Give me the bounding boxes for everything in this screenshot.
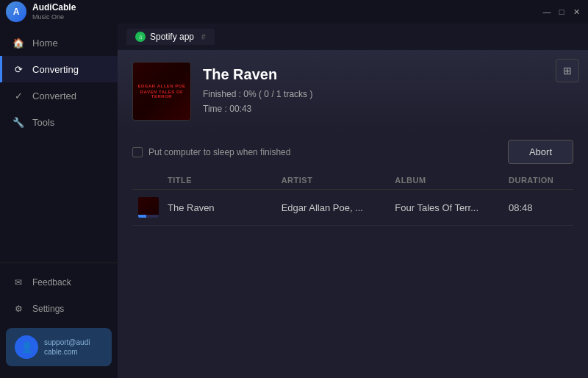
col-title: TITLE [168,176,282,185]
sidebar-item-settings[interactable]: ⚙ Settings [0,296,118,322]
sidebar-nav: 🏠 Home ⟳ Converting ✓ Converted 🔧 Tools [0,24,118,263]
track-status-line1: Finished : 0% ( 0 / 1 tracks ) [203,88,573,101]
minimize-button[interactable]: — [541,6,553,18]
controls-row: Put computer to sleep when finished Abor… [118,132,588,171]
sidebar-label-converted: Converted [32,90,76,101]
row-thumbnail [138,197,159,218]
track-table: TITLE ARTIST ALBUM DURATION The Raven Ed… [118,171,588,378]
table-row[interactable]: The Raven Edgar Allan Poe, ... Four Tale… [132,190,573,226]
user-email-line2: cable.com [44,347,90,357]
close-button[interactable]: ✕ [570,6,582,18]
col-album: ALBUM [395,176,509,185]
tab-label: Spotify app [150,32,194,42]
album-art: EDGAR ALLEN POE RAVEN TALES OF TERROR [132,62,191,121]
track-status-line2: Time : 00:43 [203,102,573,116]
table-header: TITLE ARTIST ALBUM DURATION [132,171,573,190]
converted-icon: ✓ [12,89,25,102]
col-thumb [138,176,168,185]
converting-icon: ⟳ [12,63,25,76]
sleep-checkbox[interactable]: Put computer to sleep when finished [132,147,290,157]
cell-artist: Edgar Allan Poe, ... [282,202,395,213]
tab-close-icon[interactable]: # [201,33,206,41]
sidebar-label-tools: Tools [32,117,54,128]
title-bar-left: A AudiCable Music One [6,1,76,22]
sidebar-item-converting[interactable]: ⟳ Converting [0,56,118,82]
cell-duration: 08:48 [509,202,567,213]
sidebar-label-converting: Converting [32,64,79,75]
now-playing-header: EDGAR ALLEN POE RAVEN TALES OF TERROR Th… [118,50,588,132]
abort-button[interactable]: Abort [508,140,573,164]
sidebar-label-home: Home [32,38,58,49]
spotify-icon: ♫ [135,32,146,42]
col-artist: ARTIST [282,176,395,185]
maximize-button[interactable]: □ [556,6,567,18]
col-duration: DURATION [509,176,567,185]
user-email: support@audi cable.com [44,338,90,357]
app-logo: A [6,1,26,22]
app-name: AudiCable [32,2,76,13]
track-info: The Raven Finished : 0% ( 0 / 1 tracks )… [203,66,573,115]
sidebar-item-home[interactable]: 🏠 Home [0,29,118,56]
sleep-label: Put computer to sleep when finished [148,147,290,157]
home-icon: 🏠 [12,36,25,49]
user-email-line1: support@audi [44,338,90,347]
settings-icon: ⚙ [12,302,25,315]
sidebar-item-feedback[interactable]: ✉ Feedback [0,269,118,296]
cell-album: Four Tales Of Terr... [395,202,509,213]
sidebar-label-settings: Settings [32,304,64,314]
feedback-icon: ✉ [12,276,25,289]
sidebar-bottom: ✉ Feedback ⚙ Settings 👤 support@audi cab… [0,263,118,378]
avatar: 👤 [15,335,38,359]
tab-bar: ♫ Spotify app # [118,24,588,50]
cell-title: The Raven [168,202,282,213]
progress-bar-fill [138,215,146,218]
title-bar: A AudiCable Music One — □ ✕ [0,0,588,24]
progress-bar [138,215,159,218]
tab-spotify[interactable]: ♫ Spotify app # [126,29,215,45]
sidebar-item-converted[interactable]: ✓ Converted [0,82,118,109]
album-text-2: RAVEN TALES OF TERROR [133,90,190,99]
sidebar-label-feedback: Feedback [32,277,71,288]
app-subtitle: Music One [32,13,76,21]
title-bar-controls: — □ ✕ [541,6,582,18]
user-block[interactable]: 👤 support@audi cable.com [6,328,112,366]
album-text-1: EDGAR ALLEN POE [138,84,186,88]
content-area: ♫ Spotify app # EDGAR ALLEN POE RAVEN TA… [118,24,588,378]
tools-icon: 🔧 [12,115,25,129]
sidebar: 🏠 Home ⟳ Converting ✓ Converted 🔧 Tools … [0,24,118,378]
checkbox-box[interactable] [132,147,143,157]
sidebar-item-tools[interactable]: 🔧 Tools [0,109,118,135]
main-layout: 🏠 Home ⟳ Converting ✓ Converted 🔧 Tools … [0,24,588,378]
corner-button[interactable]: ⊞ [556,59,579,82]
album-art-inner: EDGAR ALLEN POE RAVEN TALES OF TERROR [133,63,190,120]
app-name-block: AudiCable Music One [32,2,76,21]
track-title: The Raven [203,66,573,83]
